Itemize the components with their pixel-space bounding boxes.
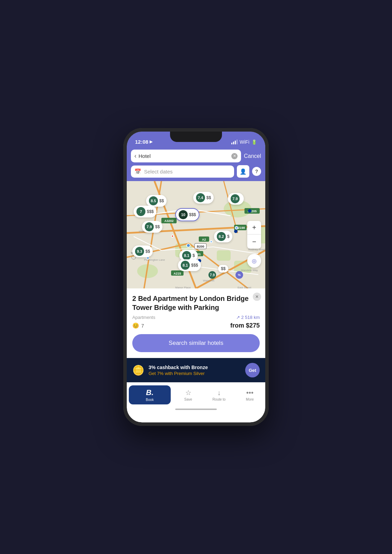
signal-icon [231, 140, 238, 144]
marker-price: $ [227, 234, 230, 239]
nav-book-button[interactable]: B. Book [129, 385, 171, 404]
notch [170, 132, 222, 142]
cashback-text: 3% cashback with Bronze Get 7% with Prem… [149, 365, 241, 376]
nav-more-label: More [246, 397, 254, 401]
marker-7[interactable]: 7 $$$ [134, 206, 157, 217]
marker-price: $$$ [191, 263, 198, 268]
marker-8-2[interactable]: 8.2 $ [214, 231, 232, 242]
marker-8-5[interactable]: 8.5 $$ [146, 195, 167, 207]
battery-icon: 🔋 [251, 140, 257, 145]
cashback-get-button[interactable]: Get [245, 363, 260, 377]
marker-score: 7 [136, 207, 145, 216]
search-row: ‹ Hotel ✕ Cancel [131, 150, 261, 162]
distance-arrow-icon: ↗ [236, 315, 240, 320]
location-dot-red [171, 235, 174, 238]
marker-price: $$ [155, 224, 160, 229]
marker-price: $$ [159, 198, 164, 203]
marker-score: 7.9 [231, 194, 240, 203]
hotel-type: Apartments [132, 315, 155, 320]
marker-score: 8.1 [182, 251, 191, 260]
guests-icon: 👤 [240, 168, 247, 175]
more-icon: ••• [246, 389, 253, 397]
hotel-reviews: 😊 7 [132, 322, 144, 329]
svg-point-49 [248, 209, 251, 213]
dates-input[interactable]: 📅 Select dates [131, 166, 234, 178]
home-indicator [127, 406, 265, 413]
marker-score: 7.4 [196, 193, 205, 202]
svg-text:A2: A2 [202, 238, 206, 241]
marker-score: 7.9 [145, 222, 154, 231]
marker-score: 8.5 [149, 196, 158, 205]
save-icon: ☆ [185, 388, 191, 397]
nav-more-button[interactable]: ••• More [234, 387, 265, 403]
hotel-meta: Apartments ↗ 2 518 km [132, 315, 260, 320]
marker-price: $$ [221, 266, 225, 271]
hotel-distance: ↗ 2 518 km [236, 315, 260, 320]
marker-score: 8.2 [217, 232, 226, 241]
route-icon: ↓ [217, 389, 221, 397]
help-icon: ? [255, 169, 258, 174]
marker-9-3[interactable]: 9.3 $$ [132, 245, 153, 257]
marker-score: 10 [179, 210, 188, 219]
marker-7-9-left[interactable]: 7.9 $$ [142, 221, 162, 233]
hotel-bottom: 😊 7 from $275 [132, 322, 260, 329]
location-arrow-icon: ▶ [150, 140, 152, 144]
phone-wrapper: 12:08 ▶ WiFi 🔋 [123, 128, 269, 426]
help-button[interactable]: ? [252, 167, 261, 176]
close-card-button[interactable]: ✕ [253, 293, 261, 301]
marker-8-1-triple[interactable]: 8.1 $$$ [178, 259, 201, 271]
map-controls: + − [247, 221, 261, 249]
search-similar-button[interactable]: Search similar hotels [132, 334, 260, 352]
dates-text: Select dates [144, 169, 173, 175]
nav-save-label: Save [184, 397, 192, 401]
location-dot-3 [210, 240, 213, 243]
map-container[interactable]: A300 A2205 A2198 A2 A3202 A201 A215 [127, 181, 265, 288]
book-icon: B. [146, 388, 154, 397]
zoom-in-button[interactable]: + [247, 221, 261, 235]
svg-text:Walworth: Walworth [203, 279, 214, 282]
bottom-nav: B. Book ☆ Save ↓ Route to ••• More [127, 382, 265, 406]
cashback-banner: 🪙 3% cashback with Bronze Get 7% with Pr… [127, 358, 265, 382]
phone-shell: 12:08 ▶ WiFi 🔋 [123, 128, 269, 426]
hotel-card: ✕ 2 Bed Apartment by London Bridge Tower… [127, 288, 265, 358]
cashback-coins-icon: 🪙 [132, 365, 144, 376]
marker-7-4[interactable]: 7.4 $$ [193, 192, 214, 204]
status-time: 12:08 ▶ [135, 139, 152, 145]
clear-search-button[interactable]: ✕ [231, 153, 238, 159]
marker-price: $$$ [147, 209, 154, 214]
cancel-button[interactable]: Cancel [244, 153, 261, 159]
marker-price: $ [193, 253, 195, 258]
cashback-percent-badge: % [235, 271, 243, 279]
back-arrow-icon[interactable]: ‹ [134, 152, 136, 160]
center-location-dot [186, 243, 190, 248]
screen: 12:08 ▶ WiFi 🔋 [127, 132, 265, 422]
smile-icon: 😊 [132, 322, 139, 329]
marker-7-9-right[interactable]: 7.9 [228, 193, 244, 205]
nav-route-button[interactable]: ↓ Route to [204, 387, 234, 403]
svg-text:Mandela Way: Mandela Way [241, 269, 258, 272]
marker-partial-right[interactable]: $$ [218, 265, 228, 272]
marker-score: 8.1 [181, 261, 190, 270]
home-bar [175, 409, 217, 410]
time-display: 12:08 [135, 139, 148, 145]
marker-price: $$$ [189, 212, 196, 217]
nav-route-label: Route to [213, 397, 226, 401]
nav-book-label: Book [146, 398, 154, 402]
dates-row: 📅 Select dates 👤 ? [131, 165, 261, 178]
svg-text:East Street: East Street [238, 286, 251, 288]
hotel-price: from $275 [230, 322, 260, 329]
marker-10-selected[interactable]: 10 $$$ [175, 208, 199, 221]
svg-rect-3 [217, 250, 231, 261]
search-input-container[interactable]: ‹ Hotel ✕ [131, 150, 241, 162]
svg-text:A3202: A3202 [164, 219, 174, 223]
cashback-title: 3% cashback with Bronze [149, 365, 241, 370]
guests-button[interactable]: 👤 [237, 165, 249, 178]
hotel-name: 2 Bed Apartment by London Bridge Tower B… [132, 294, 260, 312]
svg-point-48 [234, 230, 238, 233]
cashback-subtitle: Get 7% with Premium Silver [149, 371, 241, 376]
nav-save-button[interactable]: ☆ Save [173, 387, 204, 403]
status-icons: WiFi 🔋 [231, 139, 257, 145]
my-location-button[interactable]: ◎ [247, 254, 261, 268]
zoom-out-button[interactable]: − [247, 235, 261, 249]
wifi-icon: WiFi [240, 139, 249, 145]
